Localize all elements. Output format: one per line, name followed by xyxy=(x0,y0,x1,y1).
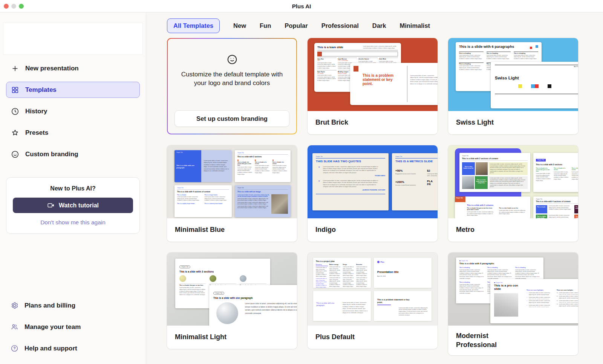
x-item: ✕Lorem ipsum dolor sit amet, consectetur… xyxy=(557,303,578,307)
mini-text: Lorem ipsum dolor sit amet, consectetur … xyxy=(559,303,578,307)
mini-chapter: Chapter Title xyxy=(177,187,229,190)
photo-block xyxy=(476,162,488,175)
mini-slide: This is a slide with one paragraph Lorem… xyxy=(313,291,371,321)
gradient-circle xyxy=(179,275,186,282)
template-card-minimalist-light[interactable]: Chapter Title This is a slide with 3 sec… xyxy=(167,253,297,349)
check-item: ✓Lorem ipsum dolor sit amet, consectetur… xyxy=(526,305,553,307)
mini-chapter: Chapter Title xyxy=(459,260,540,262)
paragraph-cell: This is a headingLorem ipsum dolor sit a… xyxy=(459,267,484,279)
template-card-swiss-light[interactable]: This is a slide with 6 paragraphs This i… xyxy=(448,38,578,134)
mini-slide-title: This is a slide with 6 paragraphs xyxy=(459,45,516,49)
team-role: VP, Design xyxy=(317,73,337,74)
metric-value: +200% xyxy=(395,180,419,184)
mini-text: Lorem ipsum dolor sit amet, consectetur … xyxy=(237,206,269,209)
onboarding-title: New to Plus AI? xyxy=(13,185,133,192)
watch-tutorial-button[interactable]: Watch tutorial xyxy=(13,198,133,213)
sidebar-item-templates[interactable]: Templates xyxy=(6,82,140,98)
mini-slide-title: This is a slide with one paragraph xyxy=(176,164,199,169)
orange-box: This is a relatively short header xyxy=(574,215,578,218)
mini-text-col: Lorem ipsum dolor sit amet, consectetur … xyxy=(407,66,438,102)
sidebar-item-manage-team[interactable]: Manage your team xyxy=(6,319,140,335)
mini-text: Lorem ipsum dolor sit amet, consectetur … xyxy=(529,300,553,304)
template-card-indigo[interactable]: Chapter Title THIS SLIDE HAS TWO QUOTES … xyxy=(308,145,438,242)
sidebar-item-custom-branding[interactable]: Custom branding xyxy=(6,146,140,162)
tab-dark[interactable]: Dark xyxy=(372,22,386,29)
template-grid: Customize the default template with your… xyxy=(167,38,603,355)
template-name-text: Minimalist Blue xyxy=(175,225,225,234)
tab-popular[interactable]: Popular xyxy=(285,22,308,29)
workspace-logo-placeholder xyxy=(3,23,143,55)
mini-slide: Chapter Title This is a slide with 4 sec… xyxy=(174,185,232,217)
mini-chapter: Chapter Title xyxy=(536,198,578,200)
custom-branding-card[interactable]: Customize the default template with your… xyxy=(167,38,297,134)
template-name: Modernist Professional xyxy=(448,326,578,355)
template-card-metro[interactable]: Chapter Title This is a slide with 2 sec… xyxy=(448,145,578,242)
plan-col: Market strategyLorem ipsum dolor sit ame… xyxy=(329,264,341,288)
mini-heading: This is a heading xyxy=(459,62,484,65)
check-item: ✓Lorem ipsum dolor sit amet, consectetur… xyxy=(526,297,553,299)
team-role: CTO, Co-Founder xyxy=(338,60,357,61)
mini-heading: This is a header of a section xyxy=(272,161,288,164)
tab-fun[interactable]: Fun xyxy=(260,22,271,29)
mini-slide-title: This is a slide with an image xyxy=(237,191,288,193)
template-card-plus-default[interactable]: This is a project plan DiscoveryLorem ip… xyxy=(308,253,438,349)
mini-slide-title: This is a team slide xyxy=(317,46,361,49)
orange-square xyxy=(272,160,274,161)
sidebar-item-help-support[interactable]: Help and support xyxy=(6,340,140,356)
mini-slide: Chapter Title This is a slide with 3 sec… xyxy=(533,153,578,192)
mini-heading: Lorem ipsum dolor sit amet, consectetur … xyxy=(237,194,269,197)
chapter-chip: Chapter Title xyxy=(536,159,546,161)
tab-all-templates[interactable]: All Templates xyxy=(167,18,220,33)
tab-new[interactable]: New xyxy=(233,22,246,29)
sidebar-item-presets[interactable]: Presets xyxy=(6,125,140,141)
check-item: ✓Lorem ipsum dolor sit amet, consectetur… xyxy=(526,300,553,304)
mini-heading: Design xyxy=(343,264,355,265)
close-button[interactable] xyxy=(4,4,9,9)
mini-heading: This is a header xyxy=(177,194,202,196)
x-icon: ✕ xyxy=(557,303,558,307)
mini-text: Lorem ipsum dolor sit amet, consectetur … xyxy=(343,266,355,276)
team-name: Jennifer Garner xyxy=(358,58,378,60)
procon-body: This is a pro con slide These are some h… xyxy=(494,284,578,317)
zoom-button[interactable] xyxy=(19,4,24,9)
tab-professional[interactable]: Professional xyxy=(321,22,359,29)
mini-slide-title: This is a slide with one paragraph xyxy=(213,297,297,299)
window-titlebar: Plus AI xyxy=(0,0,603,12)
gear-icon xyxy=(11,302,18,309)
section-grid: This is a header of a section that goes … xyxy=(237,160,288,175)
sidebar-item-history[interactable]: History xyxy=(6,103,140,119)
template-name-text: Brut Brick xyxy=(315,118,348,127)
highlights-col: These are some highlights ✓Lorem ipsum d… xyxy=(526,289,553,317)
mini-text: Lorem ipsum dolor sit amet, consectetur … xyxy=(356,277,368,287)
sidebar-footer: Plans and billing Manage your team Help … xyxy=(6,292,140,356)
mini-text: Lorem ipsum dolor sit amet, consectetur … xyxy=(487,269,512,280)
mini-slide: Plus Presentation title April 26, 2024 xyxy=(374,258,432,288)
minimize-button[interactable] xyxy=(11,4,16,9)
sidebar-item-new-presentation[interactable]: New presentation xyxy=(6,60,140,76)
mini-heading: This is a header of a section xyxy=(255,161,270,164)
rule xyxy=(495,94,578,94)
sidebar-item-plans-billing[interactable]: Plans and billing xyxy=(6,297,140,314)
setup-custom-branding-button[interactable]: Set up custom branding xyxy=(174,110,289,127)
tab-minimalist[interactable]: Minimalist xyxy=(399,22,430,29)
template-card-brut-brick[interactable]: This is a team slide Lorem ipsum dolor s… xyxy=(308,38,438,134)
team-name: John Wick xyxy=(379,58,398,60)
x-icon: ✕ xyxy=(557,300,558,303)
mini-text: Lorem ipsum dolor sit amet, consectetur … xyxy=(572,171,578,180)
mini-heading: This is a header that goes to two lines xyxy=(179,283,206,286)
paragraph-cell: This is a headingLorem ipsum dolor sit a… xyxy=(515,267,540,279)
check-icon: ✓ xyxy=(526,300,528,304)
template-card-modernist-professional[interactable]: Chapter Title This is a slide with 6 par… xyxy=(448,253,578,355)
mini-slide-title: This is a slide with 2 columns xyxy=(467,204,527,206)
dismiss-link[interactable]: Don't show me this again xyxy=(13,219,133,226)
template-thumbnail: This is a team slide Lorem ipsum dolor s… xyxy=(308,38,438,111)
sidebar-item-label: Templates xyxy=(25,86,57,94)
mini-chapter-text: Chapter Title xyxy=(496,282,503,283)
paragraph-body: Lorem ipsum dolor sit amet, consectetur … xyxy=(213,302,297,324)
title-photo-col: This is a pro con slide xyxy=(494,284,522,317)
chapter-marker xyxy=(459,260,461,262)
template-card-minimalist-blue[interactable]: Chapter Title This is a slide with one p… xyxy=(167,145,297,242)
x-item: ✕Lorem ipsum dolor sit amet, consectetur… xyxy=(557,300,578,303)
star-glyph: ✳ xyxy=(318,180,320,188)
mini-text: Lorem ipsum dolor sit amet, consectetur … xyxy=(356,266,368,276)
